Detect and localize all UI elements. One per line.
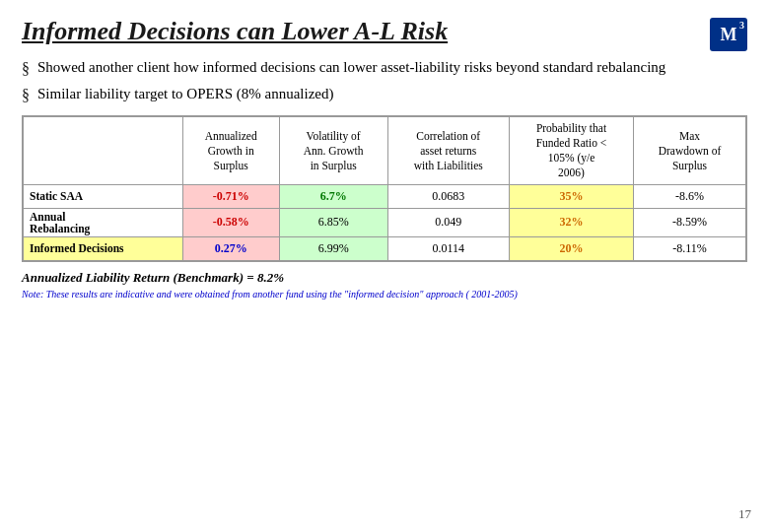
- row-label-static-saa: Static SAA: [24, 184, 183, 208]
- bullet-item-1: § Showed another client how informed dec…: [22, 57, 747, 80]
- cell-informed-drawdown: -8.11%: [634, 236, 746, 260]
- header: Informed Decisions can Lower A-L Risk M3: [22, 18, 747, 51]
- cell-informed-prob: 20%: [509, 236, 633, 260]
- page-title: Informed Decisions can Lower A-L Risk: [22, 18, 448, 46]
- cell-annual-rebal-corr: 0.049: [387, 208, 509, 236]
- cell-informed-corr: 0.0114: [387, 236, 509, 260]
- cell-static-saa-drawdown: -8.6%: [634, 184, 746, 208]
- logo-letter: M: [721, 25, 737, 45]
- row-label-informed-decisions: Informed Decisions: [24, 236, 183, 260]
- bullet-symbol-2: §: [22, 85, 30, 106]
- col-header-2: Volatility ofAnn. Growthin Surplus: [279, 117, 387, 185]
- table-row-static-saa: Static SAA -0.71% 6.7% 0.0683 35% -8.6%: [24, 184, 746, 208]
- bullet-symbol-1: §: [22, 58, 30, 80]
- footer-note: Note: These results are indicative and w…: [22, 289, 747, 299]
- bullet-text-2: Similar liability target to OPERS (8% an…: [37, 84, 334, 103]
- annual-label-top: Annual: [30, 211, 176, 223]
- cell-static-saa-corr: 0.0683: [387, 184, 509, 208]
- bullet-item-2: § Similar liability target to OPERS (8% …: [22, 84, 747, 106]
- logo-superscript: 3: [739, 20, 744, 31]
- logo: M3: [710, 18, 747, 51]
- cell-annual-rebal-drawdown: -8.59%: [634, 208, 746, 236]
- table-row-annual-rebal: Annual Rebalancing -0.58% 6.85% 0.049 32…: [24, 208, 746, 236]
- col-header-5: MaxDrawdown ofSurplus: [634, 117, 746, 185]
- cell-informed-growth: 0.27%: [182, 236, 279, 260]
- cell-static-saa-growth: -0.71%: [182, 184, 279, 208]
- col-header-0: [24, 117, 183, 185]
- footer-benchmark: Annualized Liability Return (Benchmark) …: [22, 270, 747, 286]
- bullet-text-1: Showed another client how informed decis…: [37, 57, 665, 77]
- cell-static-saa-prob: 35%: [509, 184, 633, 208]
- cell-informed-vol: 6.99%: [279, 236, 387, 260]
- cell-annual-rebal-prob: 32%: [509, 208, 633, 236]
- table-row-informed-decisions: Informed Decisions 0.27% 6.99% 0.0114 20…: [24, 236, 746, 260]
- col-header-1: AnnualizedGrowth inSurplus: [182, 117, 279, 185]
- col-header-4: Probability thatFunded Ratio <105% (y/e2…: [509, 117, 633, 185]
- table-header-row: AnnualizedGrowth inSurplus Volatility of…: [24, 117, 746, 185]
- col-header-3: Correlation ofasset returnswith Liabilit…: [387, 117, 509, 185]
- cell-annual-rebal-vol: 6.85%: [279, 208, 387, 236]
- data-table: AnnualizedGrowth inSurplus Volatility of…: [22, 115, 747, 262]
- cell-annual-rebal-growth: -0.58%: [182, 208, 279, 236]
- row-label-annual-rebal: Annual Rebalancing: [24, 208, 183, 236]
- page-number: 17: [738, 506, 751, 522]
- bullet-list: § Showed another client how informed dec…: [22, 57, 747, 105]
- annual-label-bottom: Rebalancing: [30, 223, 176, 234]
- cell-static-saa-vol: 6.7%: [279, 184, 387, 208]
